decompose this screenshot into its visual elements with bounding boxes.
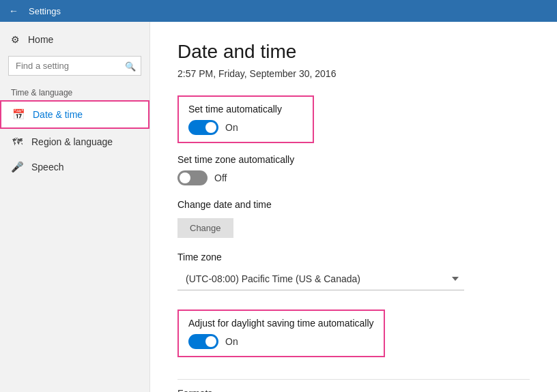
sidebar-item-speech-label: Speech xyxy=(31,162,63,172)
home-icon: ⚙ xyxy=(11,34,20,45)
speech-icon: 🎤 xyxy=(11,161,23,173)
search-icon: 🔍 xyxy=(125,61,136,71)
daylight-saving-box: Adjust for daylight saving time automati… xyxy=(177,310,385,357)
content-area: Date and time 2:57 PM, Friday, September… xyxy=(150,22,557,392)
timezone-label: Time zone xyxy=(177,252,530,262)
back-button[interactable]: ← xyxy=(5,3,22,19)
set-time-auto-row: On xyxy=(188,120,303,135)
daylight-toggle-row: On xyxy=(188,334,374,349)
set-time-auto-toggle[interactable] xyxy=(188,120,218,135)
set-timezone-auto-row: Off xyxy=(177,170,530,185)
current-datetime: 2:57 PM, Friday, September 30, 2016 xyxy=(177,68,530,79)
daylight-label: Adjust for daylight saving time automati… xyxy=(188,318,374,329)
change-date-block: Change date and time Change xyxy=(177,199,530,238)
date-time-icon: 📅 xyxy=(12,108,25,121)
sidebar-item-region-language[interactable]: 🗺 Region & language xyxy=(0,129,149,154)
timezone-select[interactable]: (UTC-08:00) Pacific Time (US & Canada) xyxy=(177,268,464,290)
sidebar-section-label: Time & language xyxy=(0,84,149,100)
set-timezone-auto-state: Off xyxy=(214,172,227,183)
sidebar-home-label: Home xyxy=(28,34,53,45)
sidebar-item-speech[interactable]: 🎤 Speech xyxy=(0,154,149,180)
sidebar-item-date-time-label: Date & time xyxy=(33,109,83,120)
set-timezone-auto-block: Set time zone automatically Off xyxy=(177,154,530,185)
title-bar-title: Settings xyxy=(29,6,61,16)
formats-label: Formats xyxy=(177,379,530,392)
search-input[interactable] xyxy=(8,56,141,76)
sidebar-item-region-label: Region & language xyxy=(31,136,113,147)
change-date-label: Change date and time xyxy=(177,199,530,210)
daylight-state: On xyxy=(225,336,238,347)
change-button[interactable]: Change xyxy=(177,218,233,238)
set-timezone-auto-label: Set time zone automatically xyxy=(177,154,530,165)
set-time-auto-state: On xyxy=(225,122,238,133)
set-time-auto-label: Set time automatically xyxy=(188,104,303,115)
set-time-auto-box: Set time automatically On xyxy=(177,95,314,143)
app-body: ⚙ Home 🔍 Time & language 📅 Date & time 🗺… xyxy=(0,22,557,392)
sidebar-search-container: 🔍 xyxy=(8,56,141,76)
daylight-toggle[interactable] xyxy=(188,334,218,349)
title-bar: ← Settings xyxy=(0,0,557,22)
sidebar-item-date-time[interactable]: 📅 Date & time xyxy=(0,100,149,129)
sidebar: ⚙ Home 🔍 Time & language 📅 Date & time 🗺… xyxy=(0,22,150,392)
sidebar-home[interactable]: ⚙ Home xyxy=(0,27,149,52)
set-timezone-auto-toggle[interactable] xyxy=(177,170,208,185)
region-language-icon: 🗺 xyxy=(11,136,23,147)
timezone-block: Time zone (UTC-08:00) Pacific Time (US &… xyxy=(177,252,530,290)
page-title: Date and time xyxy=(177,41,530,63)
